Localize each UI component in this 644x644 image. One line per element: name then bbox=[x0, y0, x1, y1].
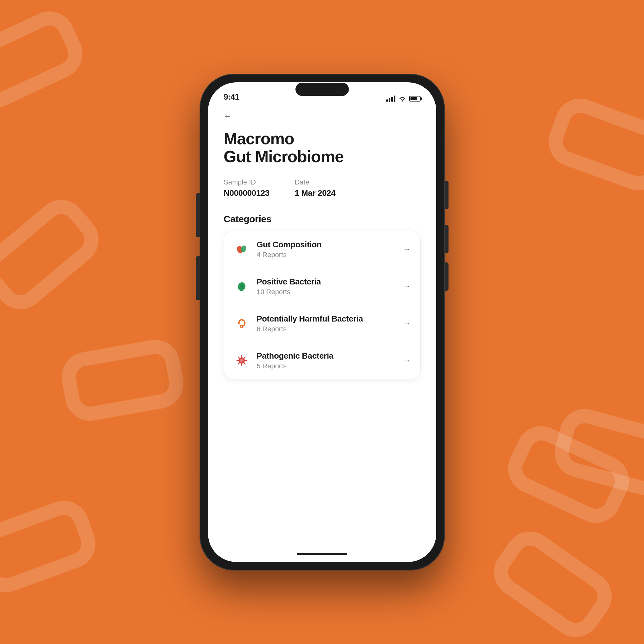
svg-line-8 bbox=[238, 357, 239, 358]
pathogenic-bacteria-reports: 5 Reports bbox=[257, 362, 403, 370]
svg-point-12 bbox=[240, 359, 244, 362]
meta-info: Sample ID N000000123 Date 1 Mar 2024 bbox=[224, 178, 421, 198]
gut-composition-reports: 4 Reports bbox=[257, 251, 403, 259]
pathogenic-bacteria-info: Pathogenic Bacteria 5 Reports bbox=[257, 351, 403, 370]
category-item-pathogenic-bacteria[interactable]: Pathogenic Bacteria 5 Reports → bbox=[224, 342, 420, 379]
app-subtitle: Gut Microbiome bbox=[224, 147, 344, 166]
phone-device: 9:41 bbox=[200, 74, 445, 570]
positive-bacteria-arrow-icon: → bbox=[403, 282, 411, 291]
harmful-bacteria-icon bbox=[234, 315, 250, 332]
categories-section-title: Categories bbox=[224, 214, 421, 224]
back-arrow-icon: ← bbox=[224, 111, 232, 121]
wifi-icon bbox=[399, 96, 406, 102]
harmful-bacteria-arrow-icon: → bbox=[403, 319, 411, 328]
categories-card: Gut Composition 4 Reports → bbox=[224, 231, 421, 379]
svg-line-10 bbox=[244, 357, 245, 358]
category-item-gut-composition[interactable]: Gut Composition 4 Reports → bbox=[224, 231, 420, 268]
home-indicator bbox=[208, 546, 436, 562]
positive-bacteria-reports: 10 Reports bbox=[257, 288, 403, 296]
date-value: 1 Mar 2024 bbox=[294, 188, 335, 198]
status-icons bbox=[386, 96, 421, 102]
gut-composition-arrow-icon: → bbox=[403, 245, 411, 254]
svg-line-11 bbox=[238, 363, 239, 364]
home-bar bbox=[297, 553, 347, 555]
pathogenic-bacteria-arrow-icon: → bbox=[403, 356, 411, 365]
signal-icon bbox=[386, 96, 395, 102]
positive-bacteria-info: Positive Bacteria 10 Reports bbox=[257, 277, 403, 296]
harmful-bacteria-name: Potentially Harmful Bacteria bbox=[257, 314, 403, 324]
date-label: Date bbox=[294, 178, 335, 186]
back-button[interactable]: ← bbox=[224, 111, 232, 121]
gut-composition-info: Gut Composition 4 Reports bbox=[257, 240, 403, 259]
category-item-positive-bacteria[interactable]: Positive Bacteria 10 Reports → bbox=[224, 268, 420, 305]
pathogenic-bacteria-name: Pathogenic Bacteria bbox=[257, 351, 403, 361]
sample-id-container: Sample ID N000000123 bbox=[224, 178, 270, 198]
harmful-bacteria-info: Potentially Harmful Bacteria 6 Reports bbox=[257, 314, 403, 333]
harmful-bacteria-reports: 6 Reports bbox=[257, 325, 403, 333]
pathogenic-bacteria-icon bbox=[234, 352, 250, 369]
app-name: Macromo bbox=[224, 129, 294, 148]
page-title: Macromo Gut Microbiome bbox=[224, 130, 421, 166]
svg-point-2 bbox=[238, 322, 240, 324]
status-time: 9:41 bbox=[224, 92, 239, 102]
gut-composition-icon bbox=[234, 241, 250, 257]
date-container: Date 1 Mar 2024 bbox=[294, 178, 335, 198]
svg-line-9 bbox=[244, 363, 245, 364]
positive-bacteria-icon bbox=[234, 278, 250, 294]
positive-bacteria-name: Positive Bacteria bbox=[257, 277, 403, 287]
sample-id-value: N000000123 bbox=[224, 188, 270, 198]
gut-composition-name: Gut Composition bbox=[257, 240, 403, 250]
phone-screen: 9:41 bbox=[208, 82, 436, 562]
dynamic-island bbox=[295, 83, 349, 96]
battery-icon bbox=[409, 96, 421, 102]
page-content: ← Macromo Gut Microbiome Sample ID N0000… bbox=[208, 105, 436, 546]
category-item-harmful-bacteria[interactable]: Potentially Harmful Bacteria 6 Reports → bbox=[224, 305, 420, 342]
sample-id-label: Sample ID bbox=[224, 178, 270, 186]
